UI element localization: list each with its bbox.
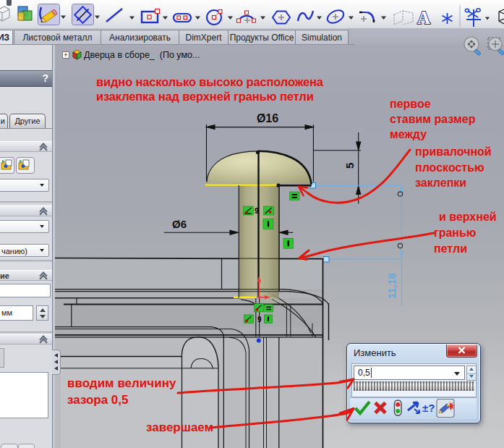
svg-text:Ø6: Ø6 <box>172 218 187 230</box>
svg-text:9: 9 <box>255 207 259 215</box>
svg-text:Ø16: Ø16 <box>257 112 278 124</box>
svg-text:A: A <box>417 8 430 28</box>
svg-text:9: 9 <box>257 316 262 324</box>
svg-text:11,18: 11,18 <box>386 273 398 299</box>
svg-text:5: 5 <box>343 163 356 169</box>
svg-text:±?: ±? <box>422 402 435 414</box>
